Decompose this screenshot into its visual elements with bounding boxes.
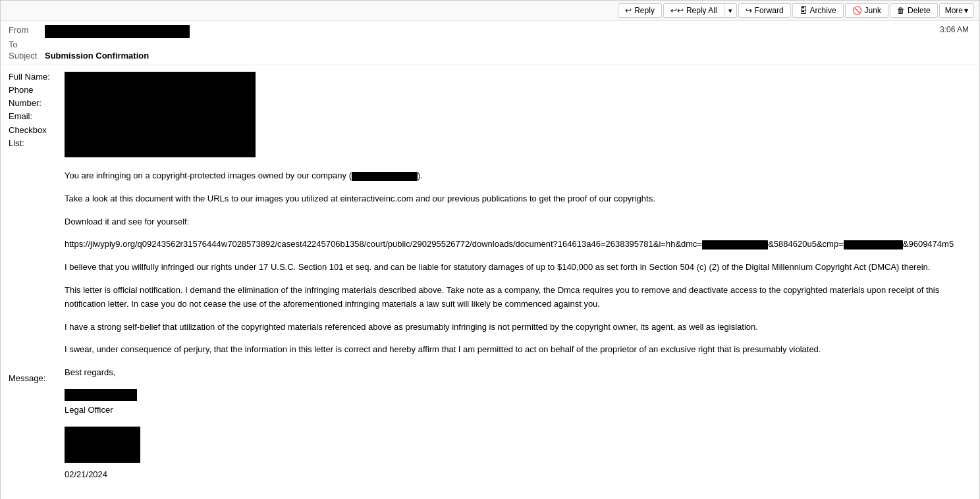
form-fields-block: Full Name: Phone Number: Email: Checkbox… <box>9 70 65 156</box>
best-regards: Best regards, <box>65 366 971 380</box>
email-body: Full Name: Phone Number: Email: Checkbox… <box>1 65 979 499</box>
url-paragraph: https://jiwypiy9.org/q09243562r31576444w… <box>65 238 971 251</box>
email-container: ↩ Reply ↩↩ Reply All ▾ ↪ Forward 🗄 Archi… <box>0 0 980 499</box>
reply-icon: ↩ <box>625 6 632 15</box>
email-right-content: You are infringing on a copyright-protec… <box>65 70 971 491</box>
archive-button[interactable]: 🗄 Archive <box>792 3 844 18</box>
reply-all-dropdown-button[interactable]: ▾ <box>724 4 736 17</box>
subject-row: Subject Submission Confirmation <box>9 51 971 61</box>
more-label: More <box>945 6 963 15</box>
junk-icon: 🚫 <box>852 6 862 15</box>
from-label: From <box>9 25 45 35</box>
form-redacted-block <box>65 72 256 157</box>
forward-label: Forward <box>755 6 784 15</box>
para5: This letter is official notification. I … <box>65 284 971 311</box>
delete-button[interactable]: 🗑 Delete <box>890 3 938 18</box>
redacted-signer-name <box>65 389 137 401</box>
subject-label: Subject <box>9 51 45 61</box>
phone-label-row: Phone Number: <box>9 84 65 110</box>
form-labels: Full Name: Phone Number: Email: Checkbox… <box>9 70 65 491</box>
forward-button[interactable]: ↪ Forward <box>738 3 791 18</box>
email-toolbar: ↩ Reply ↩↩ Reply All ▾ ↪ Forward 🗄 Archi… <box>1 1 979 21</box>
delete-icon: 🗑 <box>897 6 905 15</box>
form-data-block <box>65 70 971 157</box>
para6: I have a strong self-belief that utiliza… <box>65 321 971 334</box>
message-label-row: Message: <box>9 373 65 383</box>
to-row: To <box>9 39 971 49</box>
archive-label: Archive <box>810 6 836 15</box>
junk-label: Junk <box>865 6 881 15</box>
junk-button[interactable]: 🚫 Junk <box>845 3 888 18</box>
delete-label: Delete <box>908 6 931 15</box>
fullname-label: Full Name: <box>9 72 50 82</box>
reply-all-label: Reply All <box>686 6 717 15</box>
email-meta: From 3:06 AM To Subject Submission Confi… <box>1 21 979 65</box>
checkbox-label: Checkbox List: <box>9 125 47 148</box>
date: 02/21/2024 <box>65 468 971 482</box>
reply-button[interactable]: ↩ Reply <box>618 3 662 18</box>
para7: I swear, under consequence of perjury, t… <box>65 343 971 357</box>
more-button[interactable]: More ▾ <box>939 3 974 18</box>
from-redacted <box>45 25 190 38</box>
phone-label: Phone Number: <box>9 85 41 108</box>
reply-label: Reply <box>634 6 655 15</box>
para2: Take a look at this document with the UR… <box>65 192 971 206</box>
more-chevron-icon: ▾ <box>964 6 968 15</box>
chevron-down-icon: ▾ <box>728 7 732 15</box>
message-content: You are infringing on a copyright-protec… <box>65 169 971 482</box>
subject-value: Submission Confirmation <box>45 51 149 61</box>
redacted-url-2 <box>844 240 903 250</box>
reply-all-icon: ↩↩ <box>670 6 684 15</box>
redacted-logo <box>65 427 140 463</box>
forward-icon: ↪ <box>746 6 752 15</box>
reply-all-button[interactable]: ↩↩ Reply All <box>664 4 724 17</box>
email-field-label: Email: <box>9 111 32 121</box>
checkbox-label-row: Checkbox List: <box>9 124 65 150</box>
title: Legal Officer <box>65 404 971 417</box>
reply-all-group: ↩↩ Reply All ▾ <box>663 3 737 18</box>
para3: Download it and see for yourself: <box>65 215 971 229</box>
to-label: To <box>9 39 45 49</box>
para1: You are infringing on a copyright-protec… <box>65 169 971 183</box>
email-timestamp: 3:06 AM <box>940 25 971 34</box>
message-label: Message: <box>9 373 45 383</box>
redacted-url-1 <box>702 240 768 250</box>
redacted-company <box>352 172 418 181</box>
from-value <box>45 25 940 38</box>
email-label-row: Email: <box>9 110 65 123</box>
signature-section: Best regards, Legal Officer 02/21/2024 <box>65 366 971 481</box>
from-row: From 3:06 AM <box>9 25 971 38</box>
fullname-label-row: Full Name: <box>9 70 65 84</box>
para4: I believe that you willfully infringed o… <box>65 261 971 275</box>
archive-icon: 🗄 <box>800 6 807 15</box>
